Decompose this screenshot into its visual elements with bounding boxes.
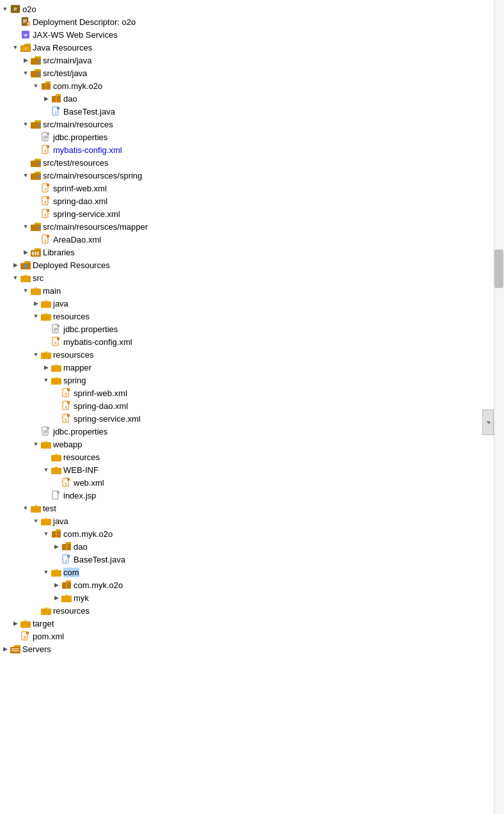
expand-arrow[interactable] [20,119,31,129]
tree-item-main-folder[interactable]: main [0,284,492,297]
tree-item-web-inf-folder[interactable]: WEB-INF [0,463,492,476]
expand-arrow[interactable] [41,362,51,372]
svg-text:J: J [65,559,67,563]
icon-deployedres [20,260,31,270]
tree-item-spring-service-xml2[interactable]: Xspring-service.xml [0,412,492,425]
tree-item-label: dao [63,94,77,104]
svg-rect-20 [38,73,40,76]
expand-arrow[interactable] [10,42,20,52]
tree-item-webapp-resources-folder[interactable]: resources [0,451,492,463]
tree-item-sprinf-web-xml1[interactable]: Xsprinf-web.xml [0,182,492,195]
expand-arrow[interactable] [41,567,51,577]
tree-item-spring-service-xml1[interactable]: Xspring-service.xml [0,207,492,220]
tree-item-dao-pkg2[interactable]: dao [0,540,492,553]
tree-item-basetest-java[interactable]: JBaseTest.java [0,105,492,118]
tree-item-areadao-xml[interactable]: XAreaDao.xml [0,233,492,246]
tree-item-src-main-java[interactable]: src/main/java [0,54,492,67]
tree-item-src-main-resources[interactable]: src/main/resources [0,118,492,131]
expand-arrow[interactable] [20,221,31,232]
tree-item-pom-xml[interactable]: Mpom.xml [0,630,492,642]
tree-item-jdbc-properties3[interactable]: jdbc.properties [0,425,492,438]
scrollbar-thumb[interactable] [494,250,503,288]
expand-arrow[interactable] [20,285,31,296]
expand-arrow[interactable] [41,375,51,385]
tree-item-java-resources[interactable]: JJava Resources [0,41,492,54]
svg-rect-97 [51,365,61,372]
svg-rect-79 [31,289,41,295]
expand-arrow[interactable] [31,298,41,308]
tree-item-mapper-folder[interactable]: mapper [0,361,492,374]
expand-arrow[interactable] [10,260,20,270]
tree-item-spring-folder[interactable]: spring [0,374,492,387]
tree-item-index-jsp[interactable]: index.jsp [0,489,492,502]
tree-item-label: myk [74,593,89,603]
tree-item-test-folder[interactable]: test [0,502,492,515]
tree-item-resources-folder[interactable]: resources [0,310,492,323]
tree-item-deployment-descriptor[interactable]: WDeployment Descriptor: o2o [0,15,492,28]
tree-item-mybatis-config-xml1[interactable]: Xmybatis-config.xml [0,143,492,156]
expand-arrow[interactable] [10,273,20,283]
tree-item-deployed-resources[interactable]: Deployed Resources [0,259,492,271]
tree-item-resoursces-folder[interactable]: resoursces [0,348,492,361]
expand-arrow[interactable] [20,247,31,257]
icon-servers [10,644,20,654]
expand-arrow[interactable] [31,349,41,360]
tree-item-servers[interactable]: Servers [0,642,492,655]
tree-item-myk-folder[interactable]: myk [0,591,492,604]
tree-item-src-test-resources[interactable]: src/test/resources [0,156,492,169]
expand-arrow[interactable] [10,618,20,628]
tree-item-basetest-java2[interactable]: JBaseTest.java [0,553,492,566]
tree-item-mybatis-config-xml2[interactable]: Xmybatis-config.xml [0,335,492,348]
svg-marker-152 [61,595,68,596]
expand-arrow[interactable] [31,311,41,321]
tree-item-jdbc-properties1[interactable]: jdbc.properties [0,131,492,143]
tree-item-src-main-resoursces-mapper[interactable]: src/main/resoursces/mapper [0,220,492,233]
tree-item-webapp-folder[interactable]: webapp [0,438,492,451]
expand-arrow[interactable] [31,81,41,91]
expand-arrow[interactable] [51,593,61,603]
expand-arrow[interactable] [51,580,61,590]
expand-arrow[interactable] [20,170,31,180]
expand-arrow[interactable] [31,439,41,449]
tree-item-dao-pkg[interactable]: dao [0,92,492,105]
tree-item-test-java-folder[interactable]: java [0,515,492,527]
icon-xmlfile: X [41,209,51,219]
svg-marker-84 [41,313,47,314]
expand-arrow[interactable] [41,93,51,104]
expand-arrow[interactable] [20,503,31,513]
tree-item-spring-dao-xml2[interactable]: Xspring-dao.xml [0,399,492,412]
tree-item-src-main-resourcces-spring[interactable]: src/main/resoursces/spring [0,169,492,182]
expand-arrow[interactable] [41,529,51,539]
tree-item-target-folder[interactable]: target [0,617,492,630]
expand-arrow[interactable] [0,644,10,654]
scrollbar[interactable] [494,0,504,814]
icon-srcfolder [31,157,41,168]
tree-item-com-myk-o2o[interactable]: com.myk.o2o [0,79,492,92]
tree-item-com-myk-o2o3[interactable]: com.myk.o2o [0,579,492,591]
svg-rect-36 [47,132,49,135]
expand-arrow[interactable] [20,68,31,78]
tree-item-spring-dao-xml1[interactable]: Xspring-dao.xml [0,195,492,207]
icon-xmlfile: X [41,183,51,193]
tree-item-src-test-java[interactable]: src/test/java [0,67,492,79]
expand-arrow[interactable] [0,4,10,14]
tree-item-jax-ws[interactable]: WJAX-WS Web Services [0,28,492,41]
tree-item-o2o[interactable]: Po2o [0,3,492,15]
expand-arrow[interactable] [41,465,51,475]
tree-item-com-myk-o2o2[interactable]: com.myk.o2o [0,527,492,540]
tree-item-jdbc-properties2[interactable]: jdbc.properties [0,323,492,335]
icon-package [51,529,61,539]
expand-arrow[interactable] [31,516,41,526]
expand-arrow[interactable] [51,541,61,552]
tree-item-com-folder[interactable]: com [0,566,492,579]
expand-arrow[interactable] [20,55,31,65]
svg-rect-146 [51,570,61,577]
tree-item-sprinf-web-xml2[interactable]: Xsprinf-web.xml [0,387,492,399]
icon-xmlfile: X [51,337,61,347]
tree-item-java-folder[interactable]: java [0,297,492,310]
tree-item-web-xml[interactable]: Xweb.xml [0,476,492,489]
tree-item-libraries[interactable]: Libraries [0,246,492,259]
tree-item-label: o2o [22,4,36,14]
tree-item-test-resources-folder[interactable]: resources [0,604,492,617]
tree-item-src-root[interactable]: src [0,271,492,284]
